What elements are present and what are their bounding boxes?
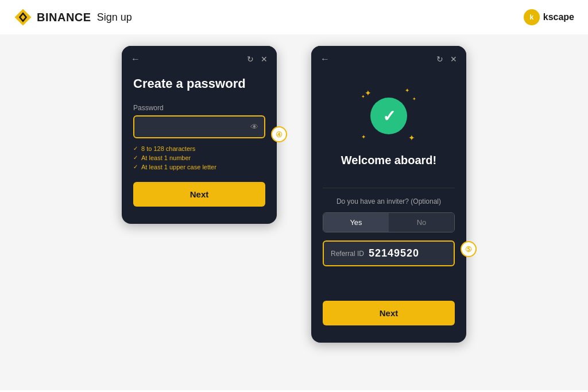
back-icon[interactable]: ← — [131, 54, 140, 64]
validation-rule-2: At least 1 number — [133, 154, 265, 161]
kscape-branding: k kscape — [524, 9, 574, 25]
brand-section: BINANCE Sign up — [14, 8, 132, 26]
yes-no-toggle: Yes No — [323, 212, 455, 232]
eye-toggle-icon[interactable]: 👁 — [250, 122, 258, 131]
binance-diamond-icon — [14, 8, 32, 26]
binance-wordmark: BINANCE — [37, 11, 91, 24]
no-toggle-button[interactable]: No — [389, 213, 454, 232]
topbar-left: ← ↻ ✕ — [122, 46, 277, 70]
welcome-phone-body: ✦ ✦ ✦ ✦ ✦ ✦ ✓ Welcome aboard! Do you hav… — [311, 70, 466, 343]
section-divider — [323, 188, 455, 188]
page-header: BINANCE Sign up k kscape — [0, 0, 588, 34]
checkmark-icon: ✓ — [382, 107, 396, 126]
kscape-icon: k — [524, 9, 540, 25]
password-input-wrapper: 👁 — [133, 115, 265, 138]
back-icon-right[interactable]: ← — [320, 54, 330, 64]
welcome-title: Welcome aboard! — [341, 154, 436, 167]
next-button-left[interactable]: Next — [133, 182, 265, 207]
sparkle-4: ✦ — [408, 133, 415, 142]
welcome-section: ✦ ✦ ✦ ✦ ✦ ✦ ✓ Welcome aboard! — [323, 76, 455, 188]
close-icon-right[interactable]: ✕ — [450, 55, 457, 64]
sparkles-container: ✦ ✦ ✦ ✦ ✦ ✦ ✓ — [360, 87, 417, 145]
welcome-phone-mockup: ← ↻ ✕ ✦ ✦ ✦ ✦ ✦ ✦ ✓ — [311, 46, 466, 343]
main-content: ← ↻ ✕ Create a password Password 👁 8 to … — [0, 34, 588, 390]
sparkle-6: ✦ — [361, 94, 365, 99]
create-password-title: Create a password — [133, 76, 265, 92]
topbar-icons-right: ↻ ✕ — [436, 55, 457, 64]
sparkle-5: ✦ — [412, 96, 416, 102]
password-field-label: Password — [133, 104, 265, 112]
password-phone-body: Create a password Password 👁 8 to 128 ch… — [122, 70, 277, 224]
success-checkmark-circle: ✓ — [370, 98, 407, 134]
sparkle-1: ✦ — [365, 88, 372, 98]
refresh-icon[interactable]: ↻ — [247, 55, 254, 64]
welcome-phone-container: ← ↻ ✕ ✦ ✦ ✦ ✦ ✦ ✦ ✓ — [311, 46, 466, 343]
close-icon[interactable]: ✕ — [261, 55, 268, 64]
refresh-icon-right[interactable]: ↻ — [436, 55, 443, 64]
step-badge-5: ⑤ — [461, 241, 477, 257]
password-phone-mockup: ← ↻ ✕ Create a password Password 👁 8 to … — [122, 46, 277, 224]
password-input[interactable] — [134, 117, 264, 137]
inviter-label: Do you have an inviter? (Optional) — [323, 197, 455, 205]
step-badge-4: ④ — [271, 126, 287, 142]
referral-id-value: 52149520 — [369, 247, 419, 259]
topbar-right: ← ↻ ✕ — [311, 46, 466, 70]
next-button-right[interactable]: Next — [323, 301, 455, 325]
referral-label: Referral ID — [331, 250, 364, 258]
validation-rule-1: 8 to 128 characters — [133, 145, 265, 152]
binance-logo: BINANCE — [14, 8, 91, 26]
referral-input-wrapper: Referral ID 52149520 — [323, 240, 455, 266]
password-phone-container: ← ↻ ✕ Create a password Password 👁 8 to … — [122, 46, 277, 224]
topbar-icons-left: ↻ ✕ — [247, 55, 268, 64]
validation-list: 8 to 128 characters At least 1 number At… — [133, 145, 265, 170]
sparkle-2: ✦ — [405, 87, 409, 94]
page-title: Sign up — [97, 11, 132, 24]
validation-rule-3: At least 1 upper case letter — [133, 164, 265, 170]
sparkle-3: ✦ — [361, 134, 366, 140]
kscape-label: kscape — [543, 12, 574, 22]
yes-toggle-button[interactable]: Yes — [323, 213, 389, 232]
